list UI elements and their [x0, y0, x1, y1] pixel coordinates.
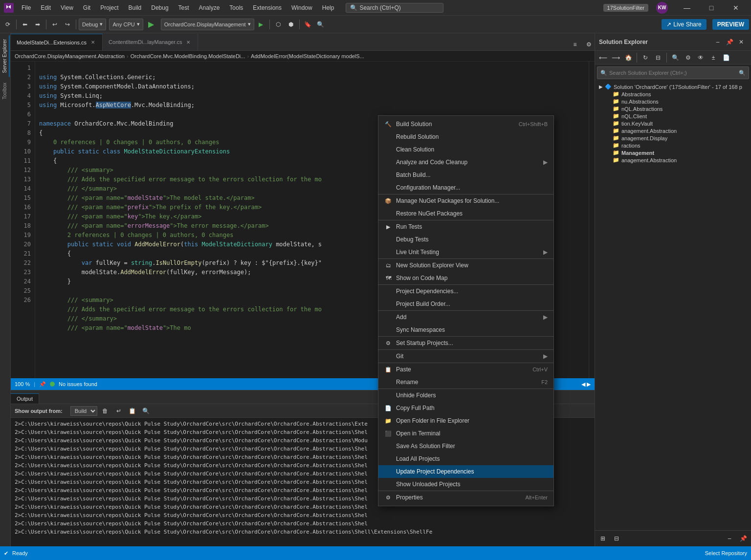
se-item-1[interactable]: 📁 nu.Abstractions	[595, 98, 751, 105]
menu-file[interactable]: File	[18, 3, 35, 12]
se-pending[interactable]: ±	[707, 52, 719, 64]
tab-output[interactable]: Output	[11, 393, 39, 404]
close-button[interactable]: ✕	[725, 0, 747, 16]
se-filter[interactable]: 🔍	[669, 52, 681, 64]
user-avatar[interactable]: KW	[656, 2, 668, 14]
ctx-project-deps[interactable]: Project Dependencies...	[378, 285, 553, 298]
ctx-paste[interactable]: 📋 Paste Ctrl+V	[378, 363, 553, 376]
ctx-clean-solution[interactable]: Clean Solution	[378, 143, 553, 156]
se-preview[interactable]: 👁	[695, 52, 707, 64]
sidebar-server-explorer[interactable]: Server Explorer	[0, 35, 10, 77]
toolbar-bookmark[interactable]: 🔖	[302, 19, 314, 30]
toolbar-back[interactable]: ⟳	[2, 19, 14, 30]
tab-panel-toggle[interactable]: ⚙	[583, 39, 595, 50]
maximize-button[interactable]: □	[700, 0, 723, 16]
se-home[interactable]: 🏠	[622, 52, 634, 64]
output-wrap[interactable]: ↵	[113, 405, 125, 417]
output-find[interactable]: 🔍	[140, 405, 152, 417]
ctx-open-terminal[interactable]: ⬛ Open in Terminal	[378, 427, 553, 440]
se-item-9[interactable]: 📁 anagement.Abstraction	[595, 156, 751, 164]
status-select-repo[interactable]: Select Repository	[705, 550, 747, 556]
se-collapse-icon2[interactable]: ⊟	[611, 533, 622, 544]
se-settings[interactable]: ⚙	[682, 52, 694, 64]
menu-git[interactable]: Git	[79, 3, 94, 12]
ctx-update-project-deps[interactable]: Update Project Dependencies	[378, 465, 553, 478]
toolbar-redo[interactable]: ↪	[62, 19, 73, 30]
se-pin[interactable]: 📌	[724, 36, 735, 48]
se-collapse-all[interactable]: ⊟	[652, 52, 664, 64]
output-source-select[interactable]: Build	[70, 406, 97, 416]
se-search[interactable]: 🔍 Search Solution Explorer (Ctrl+;) 🔍	[597, 66, 749, 79]
toolbar-nav-fwd[interactable]: ➡	[32, 19, 44, 30]
menu-build[interactable]: Build	[125, 3, 146, 12]
se-expand-icon[interactable]: ⊞	[597, 533, 609, 544]
se-item-5[interactable]: 📁 anagement.Abstraction	[595, 127, 751, 134]
se-item-0[interactable]: 📁 Abstractions	[595, 90, 751, 98]
ctx-batch-build[interactable]: Batch Build...	[378, 169, 553, 181]
se-right-pin2[interactable]: 📌	[737, 533, 749, 544]
menu-window[interactable]: Window	[287, 3, 316, 12]
ctx-restore-nuget[interactable]: Restore NuGet Packages	[378, 207, 553, 220]
ctx-live-unit[interactable]: Live Unit Testing ▶	[378, 246, 553, 258]
ctx-git[interactable]: Git ▶	[378, 350, 553, 363]
menu-project[interactable]: Project	[96, 3, 122, 12]
se-back[interactable]: ⟵	[597, 52, 609, 64]
se-solution-root[interactable]: ▶ 🔷 Solution 'OrchardCore' ('17SolutionF…	[595, 83, 751, 90]
ctx-unhide-folders[interactable]: Unhide Folders	[378, 389, 553, 402]
se-collapse[interactable]: –	[712, 36, 724, 48]
toolbar-play2[interactable]: ▶	[255, 19, 267, 30]
ctx-build-order[interactable]: Project Build Order...	[378, 298, 553, 310]
se-item-4[interactable]: 📁 tion.KeyVault	[595, 120, 751, 127]
ctx-debug-tests[interactable]: Debug Tests	[378, 233, 553, 246]
ctx-run-tests[interactable]: ▶ Run Tests	[378, 220, 553, 233]
se-fwd[interactable]: ⟶	[610, 52, 621, 64]
se-item-2[interactable]: 📁 nQL.Abstractions	[595, 105, 751, 112]
se-item-6[interactable]: 📁 anagement.Display	[595, 134, 751, 142]
ctx-rename[interactable]: Rename F2	[378, 376, 553, 388]
ctx-rebuild-solution[interactable]: Rebuild Solution	[378, 130, 553, 143]
ctx-config-manager[interactable]: Configuration Manager...	[378, 181, 553, 194]
editor-scrollbar[interactable]	[589, 62, 595, 378]
ctx-load-all-projects[interactable]: Load All Projects	[378, 452, 553, 465]
toolbar-breakpoints[interactable]: ⬡	[272, 19, 284, 30]
cpu-dropdown[interactable]: Any CPU ▾	[109, 19, 143, 30]
breadcrumb-0[interactable]: OrchardCore.DisplayManagement.Abstractio…	[15, 53, 125, 59]
minimize-button[interactable]: —	[676, 0, 698, 16]
sidebar-toolbox[interactable]: Toolbox	[0, 79, 10, 103]
output-clear[interactable]: 🗑	[99, 405, 111, 417]
ctx-sync-ns[interactable]: Sync Namespaces	[378, 323, 553, 336]
se-refresh[interactable]: ↻	[640, 52, 651, 64]
ctx-startup-projects[interactable]: ⚙ Set Startup Projects...	[378, 337, 553, 349]
menu-analyze[interactable]: Analyze	[195, 3, 224, 12]
breadcrumb-1[interactable]: OrchardCore.Mvc.ModelBinding.ModelStateD…	[131, 53, 245, 59]
breadcrumb-2[interactable]: AddModelError(ModelStateDictionary model…	[251, 53, 364, 59]
global-search[interactable]: 🔍 Search (Ctrl+Q)	[346, 3, 443, 13]
toolbar-undo[interactable]: ↩	[49, 19, 61, 30]
scrollbar-h[interactable]: ◀ ▶	[581, 381, 591, 388]
tab-contentitem-close[interactable]: ✕	[185, 39, 192, 45]
tab-contentitem[interactable]: ContentItemDi...layManager.cs ✕	[103, 34, 198, 50]
zoom-level[interactable]: 100 %	[15, 381, 30, 387]
se-item-7[interactable]: 📁 ractions	[595, 142, 751, 149]
tab-modelstate[interactable]: ModelStateDi...Extensions.cs ✕	[11, 34, 103, 50]
toolbar-nav-back[interactable]: ⬅	[19, 19, 31, 30]
ctx-nuget[interactable]: 📦 Manage NuGet Packages for Solution...	[378, 194, 553, 207]
se-open-files[interactable]: 📄	[720, 52, 732, 64]
ctx-save-solution-filter[interactable]: Save As Solution Filter	[378, 440, 553, 452]
se-right-close[interactable]: –	[724, 533, 735, 544]
menu-tools[interactable]: Tools	[225, 3, 247, 12]
se-item-8[interactable]: 📁 Management	[595, 149, 751, 156]
output-copy[interactable]: 📋	[127, 405, 138, 417]
ctx-add[interactable]: Add ▶	[378, 311, 553, 323]
se-item-3[interactable]: 📁 nQL.Client	[595, 112, 751, 120]
menu-edit[interactable]: Edit	[37, 3, 55, 12]
ctx-build-solution[interactable]: 🔨 Build Solution Ctrl+Shift+B	[378, 118, 553, 130]
menu-debug[interactable]: Debug	[147, 3, 172, 12]
ctx-copy-path[interactable]: 📄 Copy Full Path	[378, 402, 553, 414]
preview-button[interactable]: PREVIEW	[712, 19, 749, 30]
ctx-properties[interactable]: ⚙ Properties Alt+Enter	[378, 491, 553, 504]
ctx-new-se-view[interactable]: 🗂 New Solution Explorer View	[378, 259, 553, 272]
live-share-button[interactable]: ↗ Live Share	[662, 19, 706, 30]
tab-more-button[interactable]: ≡	[569, 39, 581, 50]
start-button[interactable]: ▶	[144, 19, 158, 30]
